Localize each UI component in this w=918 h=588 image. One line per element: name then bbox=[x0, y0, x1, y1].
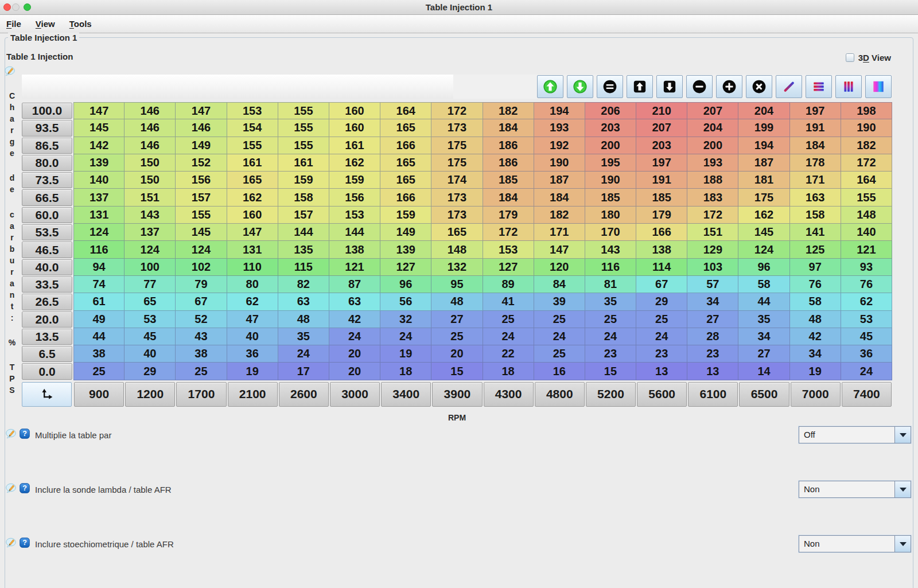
table-cell[interactable]: 203 bbox=[636, 137, 687, 154]
menu-item-file[interactable]: File bbox=[6, 19, 21, 29]
table-cell[interactable]: 45 bbox=[125, 328, 176, 345]
table-cell[interactable]: 67 bbox=[636, 276, 687, 293]
table-cell[interactable]: 145 bbox=[73, 119, 125, 137]
table-cell[interactable]: 43 bbox=[176, 328, 227, 345]
table-cell[interactable]: 173 bbox=[431, 189, 483, 206]
table-cell[interactable]: 180 bbox=[585, 207, 636, 224]
table-cell[interactable]: 191 bbox=[636, 172, 687, 189]
table-cell[interactable]: 58 bbox=[738, 276, 789, 293]
table-cell[interactable]: 155 bbox=[841, 189, 892, 206]
table-cell[interactable]: 127 bbox=[483, 259, 534, 276]
table-cell[interactable]: 96 bbox=[738, 259, 789, 276]
table-cell[interactable]: 146 bbox=[125, 102, 176, 119]
table-cell[interactable]: 166 bbox=[380, 137, 431, 154]
table-cell[interactable]: 187 bbox=[534, 172, 585, 189]
table-cell[interactable]: 13 bbox=[636, 363, 687, 380]
table-cell[interactable]: 188 bbox=[687, 172, 738, 189]
table-cell[interactable]: 63 bbox=[329, 293, 380, 310]
table-cell[interactable]: 52 bbox=[176, 311, 227, 328]
multiply-table-dropdown[interactable]: Off bbox=[799, 426, 911, 443]
table-cell[interactable]: 142 bbox=[73, 137, 125, 154]
table-cell[interactable]: 93 bbox=[841, 259, 892, 276]
table-cell[interactable]: 19 bbox=[380, 345, 431, 363]
table-cell[interactable]: 121 bbox=[329, 259, 380, 276]
table-cell[interactable]: 172 bbox=[687, 207, 738, 224]
table-cell[interactable]: 28 bbox=[687, 328, 738, 345]
table-cell[interactable]: 80 bbox=[227, 276, 278, 293]
table-cell[interactable]: 22 bbox=[483, 345, 534, 363]
table-cell[interactable]: 157 bbox=[278, 207, 329, 224]
table-cell[interactable]: 114 bbox=[636, 259, 687, 276]
table-cell[interactable]: 116 bbox=[585, 259, 636, 276]
table-cell[interactable]: 171 bbox=[534, 224, 585, 241]
table-cell[interactable]: 182 bbox=[534, 207, 585, 224]
table-cell[interactable]: 184 bbox=[483, 189, 534, 206]
table-cell[interactable]: 147 bbox=[73, 102, 125, 119]
table-cell[interactable]: 16 bbox=[534, 363, 585, 380]
table-cell[interactable]: 25 bbox=[585, 311, 636, 328]
table-cell[interactable]: 24 bbox=[585, 328, 636, 345]
table-cell[interactable]: 15 bbox=[431, 363, 483, 380]
table-cell[interactable]: 173 bbox=[431, 119, 483, 137]
table-cell[interactable]: 48 bbox=[431, 293, 483, 310]
table-cell[interactable]: 163 bbox=[790, 189, 841, 206]
table-cell[interactable]: 125 bbox=[790, 241, 841, 258]
table-cell[interactable]: 25 bbox=[636, 311, 687, 328]
table-cell[interactable]: 160 bbox=[227, 207, 278, 224]
table-cell[interactable]: 103 bbox=[687, 259, 738, 276]
color-gradient-button[interactable] bbox=[865, 75, 892, 98]
table-cell[interactable]: 143 bbox=[125, 207, 176, 224]
include-lambda-dropdown[interactable]: Non bbox=[799, 481, 911, 498]
table-cell[interactable]: 23 bbox=[636, 345, 687, 363]
table-cell[interactable]: 145 bbox=[176, 224, 227, 241]
table-cell[interactable]: 210 bbox=[636, 102, 687, 119]
table-cell[interactable]: 36 bbox=[841, 345, 892, 363]
table-cell[interactable]: 157 bbox=[176, 189, 227, 206]
table-cell[interactable]: 153 bbox=[227, 102, 278, 119]
table-cell[interactable]: 27 bbox=[431, 311, 483, 328]
table-cell[interactable]: 47 bbox=[227, 311, 278, 328]
table-cell[interactable]: 84 bbox=[534, 276, 585, 293]
table-cell[interactable]: 160 bbox=[329, 102, 380, 119]
menu-item-view[interactable]: View bbox=[36, 19, 55, 29]
table-cell[interactable]: 154 bbox=[227, 119, 278, 137]
table-cell[interactable]: 23 bbox=[585, 345, 636, 363]
table-cell[interactable]: 206 bbox=[585, 102, 636, 119]
table-cell[interactable]: 172 bbox=[841, 154, 892, 172]
table-cell[interactable]: 124 bbox=[176, 241, 227, 258]
table-cell[interactable]: 171 bbox=[790, 172, 841, 189]
table-cell[interactable]: 100 bbox=[125, 259, 176, 276]
table-cell[interactable]: 42 bbox=[790, 328, 841, 345]
multiply-button[interactable] bbox=[746, 75, 772, 98]
table-cell[interactable]: 192 bbox=[534, 137, 585, 154]
table-cell[interactable]: 63 bbox=[278, 293, 329, 310]
table-cell[interactable]: 156 bbox=[176, 172, 227, 189]
table-cell[interactable]: 131 bbox=[73, 207, 125, 224]
edit-cell-button[interactable] bbox=[776, 75, 802, 98]
table-cell[interactable]: 148 bbox=[841, 207, 892, 224]
table-cell[interactable]: 191 bbox=[790, 119, 841, 137]
table-cell[interactable]: 121 bbox=[841, 241, 892, 258]
table-cell[interactable]: 185 bbox=[483, 172, 534, 189]
table-cell[interactable]: 190 bbox=[585, 172, 636, 189]
table-cell[interactable]: 18 bbox=[483, 363, 534, 380]
table-cell[interactable]: 139 bbox=[380, 241, 431, 258]
decrement-button[interactable] bbox=[686, 75, 713, 98]
table-cell[interactable]: 137 bbox=[73, 189, 125, 206]
table-cell[interactable]: 32 bbox=[380, 311, 431, 328]
table-cell[interactable]: 155 bbox=[278, 137, 329, 154]
table-cell[interactable]: 181 bbox=[738, 172, 789, 189]
table-cell[interactable]: 162 bbox=[227, 189, 278, 206]
table-cell[interactable]: 166 bbox=[380, 189, 431, 206]
table-cell[interactable]: 27 bbox=[687, 311, 738, 328]
table-cell[interactable]: 162 bbox=[738, 207, 789, 224]
table-cell[interactable]: 120 bbox=[534, 259, 585, 276]
table-cell[interactable]: 141 bbox=[790, 224, 841, 241]
table-cell[interactable]: 38 bbox=[176, 345, 227, 363]
table-cell[interactable]: 140 bbox=[73, 172, 125, 189]
table-cell[interactable]: 81 bbox=[585, 276, 636, 293]
table-cell[interactable]: 124 bbox=[73, 224, 125, 241]
table-cell[interactable]: 132 bbox=[431, 259, 483, 276]
table-cell[interactable]: 34 bbox=[738, 328, 789, 345]
table-cell[interactable]: 161 bbox=[329, 137, 380, 154]
